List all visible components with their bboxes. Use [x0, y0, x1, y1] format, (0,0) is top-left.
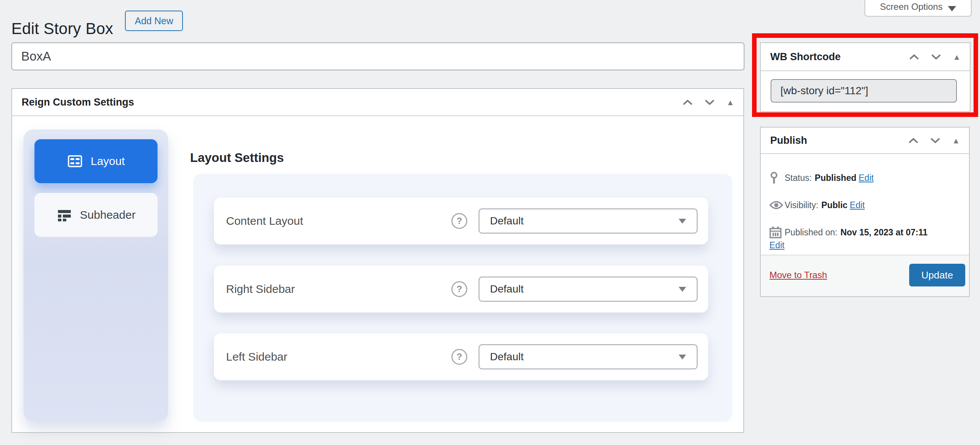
add-new-button[interactable]: Add New — [125, 11, 183, 31]
wb-shortcode-title: WB Shortcode — [770, 51, 841, 63]
collapse-toggle-button[interactable]: ▲ — [952, 136, 960, 144]
post-title-input[interactable] — [11, 43, 745, 70]
page-title: Edit Story Box — [11, 20, 113, 38]
publish-title: Publish — [770, 135, 807, 146]
move-up-button[interactable] — [908, 137, 919, 144]
move-down-button[interactable] — [931, 54, 941, 60]
content-layout-label: Content Layout — [226, 198, 303, 244]
layout-table-icon — [67, 153, 83, 169]
chevron-down-icon — [930, 137, 940, 144]
settings-tab-rail: Layout Subheader — [24, 130, 168, 421]
reign-settings-header: Reign Custom Settings ▲ — [12, 89, 743, 116]
move-up-button[interactable] — [909, 54, 920, 60]
status-value: Published — [815, 173, 857, 183]
layout-settings-heading: Layout Settings — [190, 150, 284, 165]
caret-down-icon — [948, 6, 956, 11]
select-caret-icon — [679, 219, 686, 223]
left-sidebar-selected-value: Default — [490, 351, 524, 363]
publish-body: Status: Published Edit Visibility: Publi… — [761, 154, 969, 250]
left-sidebar-label: Left Sidebar — [226, 333, 287, 380]
move-to-trash-link[interactable]: Move to Trash — [770, 270, 827, 280]
publish-header: Publish ▲ — [761, 128, 969, 154]
right-sidebar-select[interactable]: Default — [479, 277, 697, 302]
screen-options-label: Screen Options — [880, 2, 942, 12]
right-sidebar-selected-value: Default — [490, 283, 524, 295]
tab-subheader-label: Subheader — [80, 209, 135, 222]
publish-metabox: Publish ▲ Status: Published E — [760, 127, 970, 297]
status-label: Status: — [784, 173, 812, 183]
layout-settings-panel: Content Layout ? Default Right Sidebar ?… — [193, 174, 732, 422]
subheader-grid-icon — [56, 207, 72, 223]
tab-layout[interactable]: Layout — [35, 139, 158, 183]
move-down-button[interactable] — [704, 99, 715, 106]
help-icon[interactable]: ? — [451, 349, 467, 365]
tab-layout-label: Layout — [91, 155, 124, 168]
chevron-down-icon — [931, 54, 941, 60]
visibility-label: Visibility: — [784, 200, 818, 211]
triangle-up-icon: ▲ — [953, 53, 961, 61]
published-on-row: Published on: Nov 15, 2023 at 07:11 — [770, 226, 960, 238]
triangle-up-icon: ▲ — [952, 136, 960, 144]
update-button[interactable]: Update — [909, 264, 965, 287]
edit-visibility-link[interactable]: Edit — [850, 200, 865, 211]
chevron-up-icon — [909, 54, 920, 60]
reign-custom-settings-metabox: Reign Custom Settings ▲ Layout — [11, 88, 744, 433]
right-sidebar-row: Right Sidebar ? Default — [214, 266, 708, 312]
left-sidebar-select[interactable]: Default — [479, 344, 697, 369]
status-row: Status: Published Edit — [770, 172, 960, 184]
pin-icon — [770, 172, 784, 184]
help-icon[interactable]: ? — [451, 281, 467, 297]
move-down-button[interactable] — [930, 137, 940, 144]
select-caret-icon — [679, 287, 686, 292]
left-sidebar-row: Left Sidebar ? Default — [214, 333, 708, 380]
reign-settings-title: Reign Custom Settings — [22, 97, 134, 108]
content-layout-row: Content Layout ? Default — [214, 198, 708, 244]
tab-subheader[interactable]: Subheader — [35, 193, 158, 237]
chevron-up-icon — [908, 137, 919, 144]
published-on-label: Published on: — [784, 227, 837, 238]
select-caret-icon — [679, 355, 686, 359]
chevron-up-icon — [682, 99, 693, 106]
visibility-row: Visibility: Public Edit — [770, 200, 960, 211]
published-on-value: Nov 15, 2023 at 07:11 — [840, 227, 928, 238]
wb-shortcode-header: WB Shortcode ▲ — [761, 43, 970, 71]
triangle-up-icon: ▲ — [726, 98, 734, 106]
collapse-toggle-button[interactable]: ▲ — [726, 98, 734, 106]
collapse-toggle-button[interactable]: ▲ — [953, 53, 961, 61]
edit-story-box-page: Edit Story Box Add New Screen Options WB… — [0, 0, 980, 445]
right-sidebar-label: Right Sidebar — [226, 266, 295, 312]
calendar-icon — [770, 226, 784, 238]
screen-options-button[interactable]: Screen Options — [864, 0, 972, 17]
content-layout-selected-value: Default — [490, 215, 524, 227]
content-layout-select[interactable]: Default — [479, 209, 697, 233]
shortcode-value-input[interactable] — [771, 79, 957, 103]
publish-footer: Move to Trash Update — [761, 255, 969, 296]
eye-icon — [770, 201, 784, 210]
edit-published-date-link[interactable]: Edit — [770, 240, 784, 250]
wb-shortcode-metabox: WB Shortcode ▲ — [760, 43, 970, 112]
chevron-down-icon — [704, 99, 715, 106]
visibility-value: Public — [821, 200, 848, 211]
edit-status-link[interactable]: Edit — [859, 173, 874, 183]
help-icon[interactable]: ? — [451, 213, 467, 229]
move-up-button[interactable] — [682, 99, 693, 106]
